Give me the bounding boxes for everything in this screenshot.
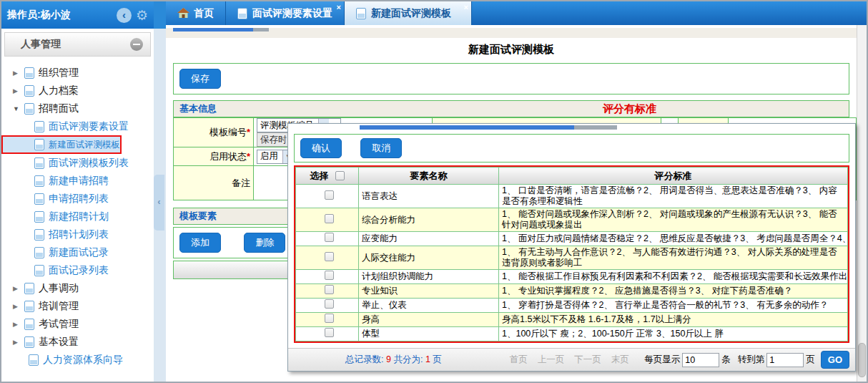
document-icon	[34, 157, 44, 169]
section-title: 基本信息	[179, 102, 217, 115]
header-name: 要素名称	[359, 168, 499, 185]
sidebar-item-new-template-selected[interactable]: 新建面试评测模板	[1, 135, 122, 154]
element-name: 举止、仪表	[359, 299, 499, 313]
scoring-standard: 1、 穿着打扮是否得体？2、 言行举止是否符合一般的礼节？3、 有无多余的动作？	[499, 299, 848, 313]
document-icon	[24, 336, 34, 348]
gear-icon[interactable]: ⚙	[136, 8, 148, 23]
record-stats: 总记录数: 9 共分为: 1 页	[345, 354, 442, 366]
sidebar-item-new-plan[interactable]: 新建招聘计划	[1, 208, 154, 226]
dialog-toolbar: 确认 取消	[294, 134, 849, 163]
close-icon[interactable]: ×	[464, 3, 468, 11]
save-toolbar: 保存	[173, 63, 849, 94]
collapsed-arrow-icon[interactable]: ▶	[13, 87, 24, 94]
sidebar-item-label: 面试记录列表	[49, 264, 109, 277]
close-icon[interactable]: ×	[337, 3, 341, 11]
sidebar-item-training-mgmt[interactable]: ▶ 培训管理	[1, 297, 154, 315]
last-page-link[interactable]: 末页	[611, 354, 629, 366]
sidebar-item-personnel-transfer[interactable]: ▶ 人事调动	[1, 279, 154, 297]
row-checkbox[interactable]	[325, 314, 334, 323]
sidebar-item-record-list[interactable]: 面试记录列表	[1, 261, 154, 279]
application-window: 操作员:杨小波 ‹ ⚙ 人事管理 ▶ 组织管理 ▶ 人力档案 ▼ 招聘面试	[0, 0, 868, 383]
select-all-checkbox[interactable]	[335, 171, 345, 180]
goto-page-input[interactable]	[766, 353, 804, 367]
sidebar-item-label: 考试管理	[39, 318, 79, 331]
tab-new-template-active[interactable]: 新建面试评测模板 ×	[345, 1, 472, 25]
sidebar-splitter[interactable]: ‹	[154, 1, 166, 382]
row-checkbox[interactable]	[325, 233, 334, 242]
save-button[interactable]: 保存	[179, 69, 221, 89]
document-icon	[237, 8, 247, 19]
table-row: 综合分析能力 1、 能否对问题或现象作深入剖析？2、 对问题或现象的产生根源有无…	[296, 208, 848, 232]
prev-page-link[interactable]: 上一页	[538, 354, 565, 366]
row-checkbox[interactable]	[325, 285, 334, 294]
row-checkbox[interactable]	[325, 252, 334, 261]
sidebar-item-label: 新建面试记录	[49, 246, 109, 259]
row-checkbox[interactable]	[325, 299, 334, 309]
document-icon	[34, 265, 44, 276]
per-page-input[interactable]	[682, 353, 719, 367]
row-checkbox[interactable]	[325, 328, 334, 337]
sidebar-item-factor-setting[interactable]: 面试评测要素设置	[1, 117, 154, 135]
document-icon	[24, 283, 34, 294]
first-page-link[interactable]: 首页	[510, 354, 528, 366]
element-name: 身高	[359, 313, 499, 327]
delete-button[interactable]: 删除	[244, 233, 285, 253]
confirm-button[interactable]: 确认	[300, 138, 342, 158]
table-row: 专业知识 1、 专业知识掌握程度？2、 应急措施是否得当？3、 对症下药是否准确…	[296, 284, 848, 299]
row-checkbox[interactable]	[325, 190, 334, 200]
table-row: 体型 1、100斤以下 瘦；2、100-150斤 正常 3、150斤以上 胖	[296, 327, 848, 341]
collapsed-arrow-icon[interactable]: ▶	[13, 303, 24, 310]
sidebar-item-hr-archive[interactable]: ▶ 人力档案	[1, 82, 154, 100]
sidebar-item-hr-wizard[interactable]: 人力资源体系向导	[1, 351, 154, 369]
sidebar-item-plan-list[interactable]: 招聘计划列表	[1, 226, 154, 243]
scrollbar-thumb[interactable]	[858, 343, 866, 377]
sidebar: 操作员:杨小波 ‹ ⚙ 人事管理 ▶ 组织管理 ▶ 人力档案 ▼ 招聘面试	[1, 1, 154, 382]
add-button[interactable]: 添加	[179, 233, 221, 253]
go-button[interactable]: GO	[821, 351, 849, 369]
row-checkbox[interactable]	[325, 214, 334, 223]
cancel-button[interactable]: 取消	[360, 138, 402, 158]
collapse-back-icon[interactable]: ‹	[117, 8, 132, 23]
element-name: 专业知识	[359, 284, 499, 299]
scoring-standard: 1、100斤以下 瘦；2、100-150斤 正常 3、150斤以上 胖	[499, 327, 848, 341]
collapse-minus-icon[interactable]	[130, 38, 143, 51]
sidebar-item-label: 人力资源体系向导	[43, 354, 123, 367]
row-checkbox[interactable]	[325, 271, 334, 280]
sidebar-item-label: 招聘计划列表	[49, 228, 109, 241]
sidebar-item-new-record[interactable]: 新建面试记录	[1, 243, 154, 261]
collapsed-arrow-icon[interactable]: ▶	[13, 69, 24, 77]
sidebar-item-new-apply[interactable]: 新建申请招聘	[1, 172, 154, 190]
sidebar-item-recruit-interview[interactable]: ▼ 招聘面试	[1, 100, 154, 117]
sidebar-item-exam-mgmt[interactable]: ▶ 考试管理	[1, 315, 154, 333]
tab-factor-setting[interactable]: 面试评测要素设置 ×	[226, 1, 345, 25]
sidebar-item-label: 基本设置	[39, 336, 79, 349]
scoring-standard: 1、 专业知识掌握程度？2、 应急措施是否得当？3、 对症下药是否准确？	[499, 284, 848, 299]
collapsed-arrow-icon[interactable]: ▶	[13, 339, 24, 346]
sidebar-item-org-mgmt[interactable]: ▶ 组织管理	[1, 64, 154, 82]
scoring-standard-notice: 评分有标准	[603, 102, 656, 116]
document-icon	[24, 319, 34, 330]
tab-home[interactable]: 首页	[166, 1, 226, 25]
expanded-arrow-icon[interactable]: ▼	[13, 105, 24, 112]
collapsed-arrow-icon[interactable]: ▶	[13, 285, 24, 292]
sidebar-item-apply-list[interactable]: 申请招聘列表	[1, 190, 154, 208]
document-icon	[29, 354, 39, 366]
document-icon	[24, 301, 34, 312]
vertical-scrollbar[interactable]	[857, 25, 867, 382]
sidebar-item-basic-setting[interactable]: ▶ 基本设置	[1, 333, 154, 351]
elements-picker-table: 选择 要素名称 评分标准 语言表达 1、 口齿是否清晰，语言是否流畅？2、 用词…	[294, 165, 849, 343]
document-icon	[34, 139, 44, 150]
collapsed-arrow-icon[interactable]: ▶	[13, 321, 24, 328]
next-page-link[interactable]: 下一页	[574, 354, 601, 366]
element-name: 体型	[359, 327, 499, 341]
splitter-collapse-handle[interactable]: ‹	[154, 175, 164, 231]
loading-bar-fill	[173, 28, 253, 31]
sidebar-item-template-list[interactable]: 面试评测模板列表	[1, 154, 154, 172]
sidebar-item-label: 培训管理	[39, 300, 79, 313]
required-mark: *	[247, 151, 250, 162]
module-panel-header: 人事管理	[4, 32, 151, 57]
document-icon	[24, 85, 34, 97]
sidebar-item-label: 组织管理	[39, 67, 79, 79]
sidebar-item-label: 招聘面试	[39, 102, 79, 115]
content-top-strip	[166, 28, 857, 38]
